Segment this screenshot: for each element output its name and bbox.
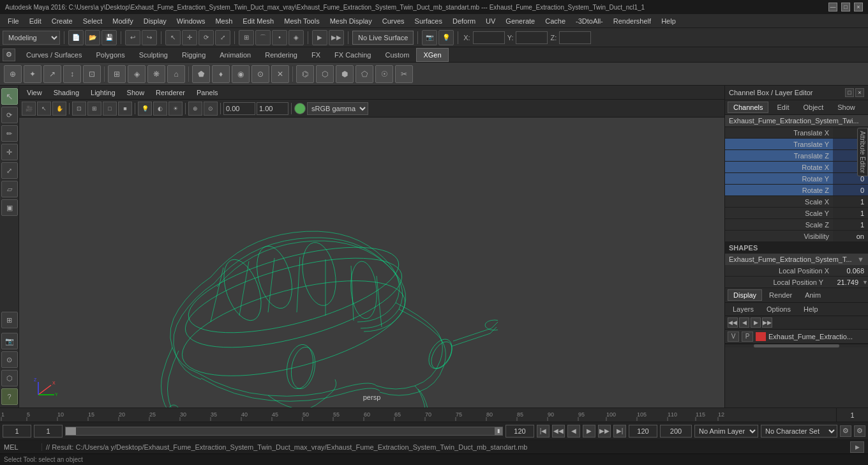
vpt-wireframe[interactable]: □: [103, 102, 117, 116]
xgen-tool-2[interactable]: ✦: [24, 65, 41, 83]
channel-translate-z[interactable]: Translate Z 0: [725, 150, 868, 162]
save-file-btn[interactable]: 💾: [101, 30, 117, 45]
layer-back-btn[interactable]: ◀: [739, 317, 749, 328]
layer-playback-btn[interactable]: P: [742, 332, 753, 342]
menu-mesh-tools[interactable]: Mesh Tools: [279, 16, 324, 26]
menu-generate[interactable]: Generate: [500, 16, 540, 26]
snap-tool[interactable]: ⊞: [1, 312, 18, 328]
tab-show[interactable]: Show: [832, 102, 861, 113]
tab-polygons[interactable]: Polygons: [89, 48, 131, 62]
xgen-tool-19[interactable]: ☉: [375, 65, 393, 83]
z-input[interactable]: [559, 31, 591, 44]
vp-menu-renderer[interactable]: Renderer: [151, 88, 190, 98]
xgen-tool-13[interactable]: ⊙: [251, 65, 269, 83]
vpt-shadow[interactable]: ◐: [153, 102, 167, 116]
layer-color-swatch[interactable]: [756, 332, 766, 341]
tab-sculpting[interactable]: Sculpting: [132, 48, 175, 62]
channel-rotate-z[interactable]: Rotate Z 0: [725, 185, 868, 196]
menu-mesh[interactable]: Mesh: [210, 16, 237, 26]
lasso-tool[interactable]: ⟳: [1, 107, 18, 123]
layer-visibility-btn[interactable]: V: [728, 332, 739, 342]
script-exec-btn[interactable]: ▶: [850, 441, 864, 453]
expand-local-pos[interactable]: ▼: [862, 279, 868, 286]
anim-layer-select[interactable]: No Anim Layer: [694, 425, 758, 438]
tab-custom[interactable]: Custom: [378, 48, 417, 62]
channel-rotate-y[interactable]: Rotate Y 0: [725, 173, 868, 185]
minimize-button[interactable]: —: [828, 3, 837, 11]
undo-btn[interactable]: ↩: [125, 30, 140, 45]
tab-curves-surfaces[interactable]: Curves / Surfaces: [19, 48, 89, 62]
attribute-editor-tab[interactable]: Attribute Editor: [857, 128, 868, 176]
layer-end-btn[interactable]: ▶▶: [762, 317, 772, 328]
end-frame-input[interactable]: [505, 425, 534, 438]
open-file-btn[interactable]: 📂: [85, 30, 100, 45]
menu-surfaces[interactable]: Surfaces: [410, 16, 447, 26]
step-fwd-btn[interactable]: ▶▶: [598, 425, 611, 438]
xgen-tool-14[interactable]: ✕: [271, 65, 289, 83]
vp-menu-view[interactable]: View: [22, 88, 47, 98]
xgen-tool-1[interactable]: ⊕: [4, 65, 22, 83]
menu-create[interactable]: Create: [47, 16, 78, 26]
menu-curves[interactable]: Curves: [377, 16, 410, 26]
rotate-tool-btn[interactable]: ⟳: [198, 30, 214, 45]
near-clip-input[interactable]: [223, 102, 255, 115]
vpt-isolate[interactable]: ⊡: [72, 102, 86, 116]
menu-display[interactable]: Display: [138, 16, 172, 26]
close-button[interactable]: ×: [854, 3, 863, 11]
xgen-tool-3[interactable]: ↗: [43, 65, 61, 83]
lt-tab-layers[interactable]: Layers: [728, 304, 759, 314]
start-frame-input[interactable]: [3, 425, 31, 438]
move-tool-btn[interactable]: ✛: [182, 30, 197, 45]
vp-menu-lighting[interactable]: Lighting: [86, 88, 121, 98]
goto-start-btn[interactable]: |◀: [537, 425, 550, 438]
mode-select[interactable]: Modeling: [3, 31, 60, 45]
xgen-tool-15[interactable]: ⌬: [296, 65, 314, 83]
menu-cache[interactable]: Cache: [540, 16, 571, 26]
current-frame-input[interactable]: [34, 425, 63, 438]
menu-file[interactable]: File: [3, 16, 24, 26]
menu-mesh-display[interactable]: Mesh Display: [325, 16, 377, 26]
anim-layer-settings-btn[interactable]: ⚙: [840, 425, 851, 437]
vpt-light[interactable]: 💡: [138, 102, 152, 116]
tab-animation[interactable]: Animation: [213, 48, 258, 62]
channel-scale-z[interactable]: Scale Z 1: [725, 219, 868, 231]
panel-expand-btn[interactable]: □: [845, 88, 854, 97]
scale-tool-btn[interactable]: ⤢: [215, 30, 230, 45]
vpt-camera[interactable]: 🎥: [22, 102, 36, 116]
vpt-frame[interactable]: ⊞: [87, 102, 101, 116]
local-pos-y-row[interactable]: Local Position Y 21.749 ▼: [725, 277, 868, 288]
tab-settings-btn[interactable]: ⚙: [3, 49, 15, 61]
vp-menu-panels[interactable]: Panels: [191, 88, 223, 98]
box-tool[interactable]: ▣: [1, 199, 18, 216]
viewport-3d[interactable]: X Y Z persp: [19, 118, 724, 408]
xgen-tool-4[interactable]: ↕: [63, 65, 81, 83]
new-file-btn[interactable]: 📄: [68, 30, 84, 45]
xgen-tool-5[interactable]: ⊡: [83, 65, 101, 83]
marquee-tool[interactable]: ▱: [1, 181, 18, 197]
far-clip-input[interactable]: [257, 102, 288, 115]
tab-xgen[interactable]: XGen: [416, 48, 448, 62]
xgen-tool-6[interactable]: ⊞: [108, 65, 126, 83]
lt-tab-help[interactable]: Help: [798, 304, 823, 314]
timeline-ruler[interactable]: 1 5 10 15 20 25 30: [0, 408, 868, 422]
xgen-tool-9[interactable]: ⌂: [167, 65, 185, 83]
play-back-btn[interactable]: ◀: [567, 425, 580, 438]
xgen-tool-7[interactable]: ◈: [128, 65, 146, 83]
xgen-tool-8[interactable]: ❋: [147, 65, 165, 83]
timeline-thumb[interactable]: [66, 427, 76, 435]
x-input[interactable]: [473, 31, 505, 44]
xgen-tool-11[interactable]: ♦: [212, 65, 230, 83]
menu-help[interactable]: Help: [656, 16, 681, 26]
camera-btn[interactable]: 📷: [422, 30, 437, 45]
dt-tab-render[interactable]: Render: [763, 289, 798, 301]
playback-end-input[interactable]: [629, 425, 657, 438]
gamma-select[interactable]: sRGB gamma: [307, 102, 368, 115]
help-left[interactable]: ?: [1, 388, 18, 405]
paint-tool[interactable]: ✏: [1, 125, 18, 142]
channel-rotate-x[interactable]: Rotate X 0: [725, 162, 868, 173]
menu-edit-mesh[interactable]: Edit Mesh: [237, 16, 279, 26]
xgen-tool-20[interactable]: ✂: [395, 65, 413, 83]
menu-select[interactable]: Select: [78, 16, 108, 26]
channel-scale-y[interactable]: Scale Y 1: [725, 208, 868, 219]
dt-tab-anim[interactable]: Anim: [799, 289, 827, 301]
